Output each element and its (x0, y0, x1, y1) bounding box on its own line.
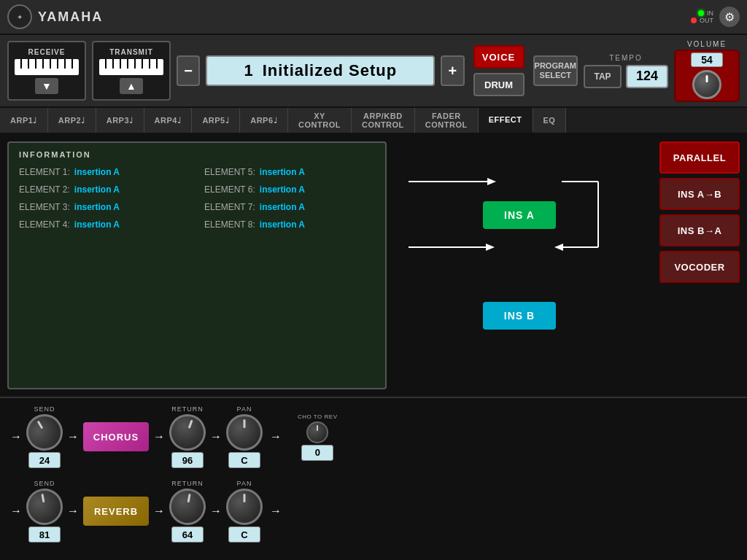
reverb-pan-value: C (228, 526, 260, 542)
chorus-send-value: 24 (28, 452, 61, 468)
tempo-value: 124 (626, 65, 668, 88)
receive-keyboard-icon (15, 59, 79, 75)
tab-arp3[interactable]: ARP3♩ (96, 108, 144, 133)
preset-display: 1 Initialized Setup (206, 55, 435, 86)
reverb-return-arrow-icon: → (153, 505, 165, 518)
led-out-icon (691, 18, 697, 23)
ins-b-to-a-button[interactable]: INS B→A (659, 214, 740, 246)
list-item: ELEMENT 6: insertion A (204, 182, 375, 197)
reverb-send-label: SEND (34, 480, 55, 487)
tab-arp4[interactable]: ARP4♩ (144, 108, 193, 133)
receive-down-button[interactable]: ▼ (35, 78, 58, 94)
list-item: ELEMENT 1: insertion A (19, 165, 190, 179)
list-item: ELEMENT 4: insertion A (19, 217, 190, 232)
tab-arp2[interactable]: ARP2♩ (48, 108, 96, 133)
tab-arp1[interactable]: ARP1♩ (0, 108, 48, 133)
tab-effect[interactable]: EFFECT (479, 108, 533, 133)
chorus-send-knob[interactable] (20, 408, 69, 457)
parallel-button[interactable]: PARALLEL (659, 141, 740, 174)
chorus-return-arrow-icon: → (153, 430, 165, 443)
list-item: ELEMENT 3: insertion A (19, 200, 190, 214)
vocoder-button[interactable]: VOCODER (659, 251, 740, 283)
chorus-row: → SEND 24 → CHORUS → RETURN 96 → PAN (10, 405, 737, 468)
mode-buttons: VOICE DRUM (473, 45, 525, 96)
preset-number: 1 (244, 61, 253, 80)
program-label-1: PROGRAM (535, 61, 576, 70)
chorus-pan-box: PAN C (226, 405, 263, 468)
reverb-effect-button[interactable]: REVERB (83, 497, 149, 526)
chorus-send-label: SEND (34, 405, 55, 413)
volume-value: 54 (691, 52, 723, 67)
volume-knob[interactable] (692, 70, 721, 99)
nav-next-button[interactable]: + (441, 55, 464, 86)
tap-button[interactable]: TAP (584, 65, 622, 88)
preset-name: Initialized Setup (263, 61, 397, 80)
volume-label: VOLUME (687, 40, 727, 48)
chorus-send-arrow-icon: → (67, 430, 79, 443)
tab-fader-control[interactable]: FADERCONTROL (415, 108, 479, 133)
reverb-pan-knob[interactable] (226, 489, 263, 525)
list-item: ELEMENT 8: insertion A (204, 217, 375, 232)
tempo-section: TEMPO TAP 124 (584, 54, 668, 88)
header: ✦ YAMAHA IN OUT ⚙ (0, 0, 747, 35)
tab-eq[interactable]: EQ (533, 108, 567, 133)
ins-a-button[interactable]: INS A (483, 201, 556, 229)
reverb-return-knob[interactable] (166, 486, 209, 528)
reverb-pan-box: PAN C (226, 480, 263, 542)
nav-prev-button[interactable]: − (177, 55, 200, 86)
tab-arp-kbd-control[interactable]: ARP/KBDCONTROL (352, 108, 415, 133)
cho-to-rev-section: CHO TO REV 0 (298, 413, 338, 461)
receive-box: RECEIVE ▼ (7, 41, 86, 101)
tabs-row: ARP1♩ ARP2♩ ARP3♩ ARP4♩ ARP5♩ ARP6♩ XYCO… (0, 108, 747, 134)
reverb-return-value: 64 (171, 526, 204, 542)
information-box: INFORMATION ELEMENT 1: insertion A ELEME… (7, 141, 387, 389)
transmit-label: TRANSMIT (109, 48, 153, 56)
reverb-in-arrow-icon: → (10, 505, 22, 518)
reverb-out-arrow-icon: → (270, 505, 282, 518)
chorus-return-knob[interactable] (164, 409, 211, 456)
reverb-pan-label: PAN (237, 480, 252, 487)
drum-button[interactable]: DRUM (473, 73, 525, 96)
tempo-label: TEMPO (609, 54, 643, 62)
yamaha-emblem-icon: ✦ (7, 4, 32, 29)
transmit-up-button[interactable]: ▲ (120, 78, 143, 94)
reverb-return-box: RETURN 64 (169, 480, 206, 542)
chorus-pan-value: C (228, 452, 260, 468)
reverb-send-arrow-icon: → (67, 505, 79, 518)
information-title: INFORMATION (19, 150, 375, 159)
top-controls: RECEIVE ▼ TRANSMIT ▲ − 1 Initialized Set… (0, 35, 747, 108)
svg-marker-1 (487, 178, 496, 185)
transmit-box: TRANSMIT ▲ (92, 41, 171, 101)
cho-to-rev-label: CHO TO REV (298, 413, 338, 420)
voice-button[interactable]: VOICE (473, 45, 525, 69)
program-select-button[interactable]: PROGRAM SELECT (533, 55, 578, 86)
chorus-effect-button[interactable]: CHORUS (83, 422, 149, 451)
reverb-pan-arrow-icon: → (210, 505, 222, 518)
ins-b-button[interactable]: INS B (483, 302, 556, 330)
chorus-out-arrow-icon: → (270, 430, 282, 443)
chorus-pan-label: PAN (237, 405, 252, 413)
ins-a-to-b-button[interactable]: INS A→B (659, 178, 740, 210)
reverb-row: → SEND 81 → REVERB → RETURN 64 → PAN (10, 480, 737, 542)
settings-icon[interactable]: ⚙ (719, 7, 740, 27)
cho-to-rev-knob[interactable] (306, 421, 328, 443)
reverb-send-box: SEND 81 (26, 480, 63, 542)
volume-section: VOLUME 54 (674, 40, 740, 102)
cho-to-rev-value: 0 (301, 445, 333, 461)
tab-arp5[interactable]: ARP5♩ (192, 108, 240, 133)
chorus-in-arrow-icon: → (10, 430, 22, 443)
signal-flow-diagram: INS A INS B (394, 141, 645, 389)
routing-section: → SEND 24 → CHORUS → RETURN 96 → PAN (0, 397, 747, 560)
volume-knob-area: 54 (674, 50, 740, 102)
led-in-label: IN (707, 9, 713, 17)
chorus-pan-knob[interactable] (226, 414, 263, 451)
tab-arp6[interactable]: ARP6♩ (240, 108, 288, 133)
chorus-pan-arrow-icon: → (210, 430, 222, 443)
reverb-send-value: 81 (28, 526, 61, 542)
led-in-icon (698, 10, 704, 16)
list-item: ELEMENT 2: insertion A (19, 182, 190, 197)
tab-xy-control[interactable]: XYCONTROL (288, 108, 352, 133)
reverb-send-knob[interactable] (23, 486, 66, 528)
elements-grid: ELEMENT 1: insertion A ELEMENT 5: insert… (19, 165, 375, 232)
receive-label: RECEIVE (28, 48, 66, 56)
